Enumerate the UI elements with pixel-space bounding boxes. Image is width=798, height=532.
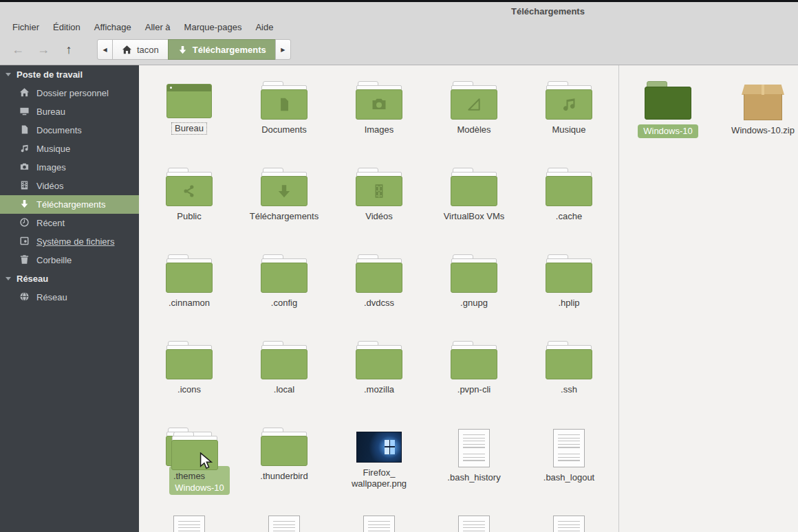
folder-icon xyxy=(546,341,592,379)
file-item-virtualbox-vms[interactable]: VirtualBox VMs xyxy=(427,161,521,247)
sidebar-item-label: Téléchargements xyxy=(36,199,105,210)
file-item-cache[interactable]: .cache xyxy=(521,161,616,247)
file-label: Windows-10 xyxy=(638,124,698,138)
file-item-documents[interactable]: Documents xyxy=(237,74,332,161)
file-item-file[interactable] xyxy=(142,507,237,532)
file-item-icons[interactable]: .icons xyxy=(142,334,237,421)
collapse-triangle-icon xyxy=(6,277,11,280)
file-label: Images xyxy=(365,124,394,135)
sidebar-item-label: Musique xyxy=(36,144,70,154)
file-item-pvpn-cli[interactable]: .pvpn-cli xyxy=(427,334,521,421)
file-label: .themes xyxy=(173,471,205,482)
file-label: Téléchargements xyxy=(250,211,319,222)
breadcrumb-tacon[interactable]: tacon xyxy=(112,39,169,60)
file-item-t-l-chargements[interactable]: Téléchargements xyxy=(237,161,332,247)
file-item-images[interactable]: Images xyxy=(332,74,427,161)
back-button[interactable]: ← xyxy=(10,43,26,57)
up-button[interactable]: ↑ xyxy=(61,43,77,57)
menu-dition[interactable]: Édition xyxy=(46,21,87,34)
folder-icon xyxy=(451,254,497,293)
breadcrumb-label: Téléchargements xyxy=(193,45,266,55)
file-item-themes[interactable]: .themesWindows-10 xyxy=(142,421,237,507)
file-label: Modèles xyxy=(457,124,490,135)
file-label: .config xyxy=(271,298,297,309)
sidebar-item-r-seau[interactable]: Réseau xyxy=(0,288,139,307)
collapse-triangle-icon xyxy=(6,73,11,76)
pathbar-scroll-right-button[interactable]: ▶ xyxy=(275,39,291,60)
file-manager-window: Téléchargements FichierÉditionAffichageA… xyxy=(0,0,798,532)
file-item-gnupg[interactable]: .gnupg xyxy=(427,247,521,334)
sidebar-item-corbeille[interactable]: Corbeille xyxy=(0,251,139,269)
sidebar-item-label: Réseau xyxy=(36,292,67,302)
menu-affichage[interactable]: Affichage xyxy=(87,21,138,34)
titlebar: Téléchargements xyxy=(0,0,798,19)
file-item-musique[interactable]: Musique xyxy=(521,74,616,161)
file-item-bureau[interactable]: Bureau xyxy=(142,74,237,161)
file-item-hplip[interactable]: .hplip xyxy=(521,247,616,334)
file-item-local[interactable]: .local xyxy=(237,334,332,421)
sidebar-item-label: Corbeille xyxy=(36,255,72,265)
camera-icon xyxy=(19,162,30,174)
pathbar-scroll-left-button[interactable]: ◀ xyxy=(97,39,113,60)
folder-icon xyxy=(166,168,213,206)
file-item-firefox-wallpaper-png[interactable]: Firefox_ wallpaper.png xyxy=(332,421,427,507)
sidebar-item-bureau[interactable]: Bureau xyxy=(0,102,139,121)
sidebar-item-syst-me-de-fichiers[interactable]: Système de fichiers xyxy=(0,232,139,251)
file-label: .icons xyxy=(177,384,201,395)
file-item-bash-history[interactable]: .bash_history xyxy=(427,421,521,507)
folder-icon xyxy=(356,341,402,379)
sidebar-section-poste-de-travail[interactable]: Poste de travail xyxy=(0,65,139,84)
harddisk-icon xyxy=(19,236,30,248)
folder-icon xyxy=(546,168,592,206)
folder-icon xyxy=(356,168,402,206)
globe-icon xyxy=(19,291,30,304)
sidebar-item-documents[interactable]: Documents xyxy=(0,121,139,140)
file-label: VirtualBox VMs xyxy=(444,211,505,222)
file-item-windows-10[interactable]: Windows-10 xyxy=(621,74,715,161)
desktop-icon xyxy=(166,84,212,118)
breadcrumb: ◀taconTéléchargements▶ xyxy=(97,39,291,60)
sidebar-item-musique[interactable]: Musique xyxy=(0,140,139,158)
file-item-vid-os[interactable]: Vidéos xyxy=(332,161,427,247)
menu-aide[interactable]: Aide xyxy=(248,21,280,34)
sidebar-section-r-seau[interactable]: Réseau xyxy=(0,269,139,288)
file-item-mozilla[interactable]: .mozilla xyxy=(332,334,427,421)
file-item-cinnamon[interactable]: .cinnamon xyxy=(142,247,237,334)
file-item-ssh[interactable]: .ssh xyxy=(521,334,616,421)
menu-fichier[interactable]: Fichier xyxy=(6,21,46,34)
menu-marque-pages[interactable]: Marque-pages xyxy=(177,21,249,34)
sidebar-item-r-cent[interactable]: Récent xyxy=(0,214,139,232)
trash-icon xyxy=(19,254,30,267)
window-title: Téléchargements xyxy=(511,6,585,16)
text-file-icon xyxy=(458,516,490,532)
file-item-file[interactable] xyxy=(427,507,521,532)
forward-button[interactable]: → xyxy=(35,43,52,57)
folder-icon xyxy=(166,341,213,379)
document-icon xyxy=(19,124,30,137)
menubar: FichierÉditionAffichageAller àMarque-pag… xyxy=(0,19,798,34)
file-item-mod-les[interactable]: Modèles xyxy=(427,74,521,161)
file-item-file[interactable] xyxy=(521,507,616,532)
file-item-windows-10-zip[interactable]: Windows-10.zip xyxy=(715,74,798,161)
right-pane[interactable]: Windows-10Windows-10.zip xyxy=(619,65,798,532)
file-item-dvdcss[interactable]: .dvdcss xyxy=(332,247,427,334)
folder-icon xyxy=(546,81,592,120)
left-pane[interactable]: BureauDocumentsImagesModèlesMusiquePubli… xyxy=(139,65,619,532)
breadcrumb-t-l-chargements[interactable]: Téléchargements xyxy=(168,39,276,60)
sidebar-item-label: Système de fichiers xyxy=(36,236,114,247)
file-item-config[interactable]: .config xyxy=(237,247,332,334)
sidebar-item-dossier-personnel[interactable]: Dossier personnel xyxy=(0,84,139,102)
file-item-bash-logout[interactable]: .bash_logout xyxy=(521,421,616,507)
file-label: Firefox_ wallpaper.png xyxy=(352,467,407,489)
file-item-public[interactable]: Public xyxy=(142,161,237,247)
file-item-file[interactable] xyxy=(237,507,332,532)
text-file-icon xyxy=(268,516,300,532)
text-file-icon xyxy=(553,429,585,467)
sidebar-item-images[interactable]: Images xyxy=(0,158,139,177)
file-item-thunderbird[interactable]: .thunderbird xyxy=(237,421,332,507)
sidebar-item-vid-os[interactable]: Vidéos xyxy=(0,177,139,195)
drag-label: Windows-10 xyxy=(175,483,224,493)
sidebar-item-t-l-chargements[interactable]: Téléchargements xyxy=(0,195,139,214)
file-item-file[interactable] xyxy=(332,507,427,532)
menu-aller[interactable]: Aller à xyxy=(138,21,177,34)
